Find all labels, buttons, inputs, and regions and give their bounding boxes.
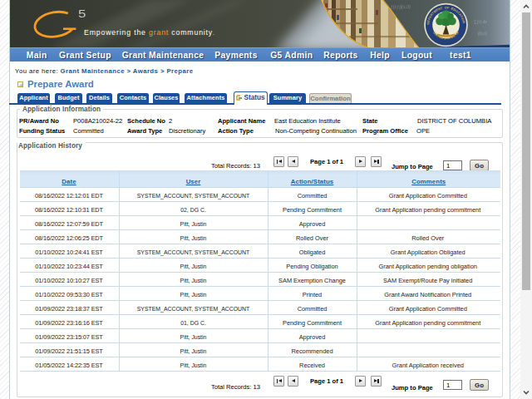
- svg-text:∑(t) dx: ∑(t) dx: [474, 19, 487, 25]
- svg-text:ƒ(x)·∫f(x,0): ƒ(x)·∫f(x,0): [391, 4, 411, 10]
- svg-text:f(x,t): f(x,t): [478, 31, 487, 37]
